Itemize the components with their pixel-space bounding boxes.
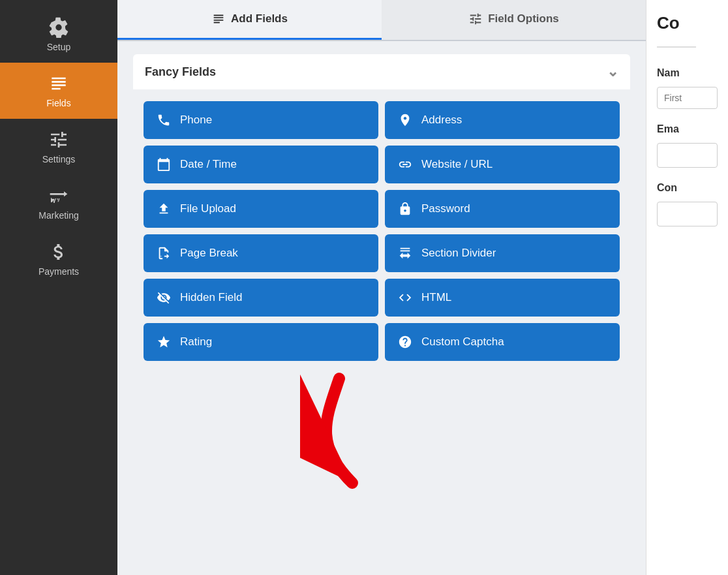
- field-file-upload-label: File Upload: [180, 202, 236, 215]
- field-options-tab-icon: [468, 12, 483, 26]
- field-btn-date-time[interactable]: Date / Time: [144, 146, 378, 183]
- form-title: Co: [657, 13, 718, 33]
- tab-field-options-label: Field Options: [488, 12, 559, 25]
- email-label: Ema: [657, 123, 718, 135]
- sidebar-item-marketing[interactable]: Marketing: [0, 175, 117, 231]
- upload-icon: [157, 202, 171, 216]
- field-btn-phone[interactable]: Phone: [144, 101, 378, 139]
- sidebar-item-setup-label: Setup: [47, 42, 71, 52]
- field-website-url-label: Website / URL: [421, 158, 493, 171]
- tab-field-options[interactable]: Field Options: [382, 0, 646, 40]
- field-btn-hidden-field[interactable]: Hidden Field: [144, 279, 378, 317]
- add-fields-tab-icon: [211, 12, 226, 26]
- address-icon: [398, 113, 412, 127]
- field-btn-custom-captcha[interactable]: Custom Captcha: [385, 323, 620, 361]
- fancy-fields-title: Fancy Fields: [145, 65, 216, 79]
- first-name-input[interactable]: [657, 87, 718, 109]
- tab-add-fields-label: Add Fields: [231, 12, 288, 25]
- sidebar-item-fields-label: Fields: [46, 98, 70, 108]
- marketing-icon: [48, 185, 69, 206]
- field-btn-password[interactable]: Password: [385, 190, 620, 228]
- field-btn-page-break[interactable]: Page Break: [144, 234, 378, 272]
- field-html-label: HTML: [421, 291, 451, 304]
- tabs-bar: Add Fields Field Options: [117, 0, 646, 41]
- phone-icon: [157, 113, 171, 127]
- comment-input-placeholder[interactable]: [657, 202, 718, 226]
- field-phone-label: Phone: [180, 114, 212, 127]
- fancy-fields-chevron[interactable]: ⌄: [607, 63, 618, 80]
- sidebar-item-payments[interactable]: Payments: [0, 231, 117, 287]
- settings-icon: [48, 129, 69, 150]
- pagebreak-icon: [157, 246, 171, 260]
- field-address-label: Address: [421, 114, 462, 127]
- captcha-icon: [398, 335, 412, 349]
- field-btn-html[interactable]: HTML: [385, 279, 620, 317]
- fancy-fields-header: Fancy Fields ⌄: [133, 54, 630, 89]
- name-label: Nam: [657, 67, 718, 79]
- main-panel: Add Fields Field Options Fancy Fields ⌄: [117, 0, 646, 575]
- field-hidden-field-label: Hidden Field: [180, 291, 242, 304]
- field-section-divider-label: Section Divider: [421, 247, 496, 260]
- sidebar-item-setup[interactable]: Setup: [0, 7, 117, 63]
- sidebar: Setup Fields Settings Marketing Payments: [0, 0, 117, 575]
- comment-label: Con: [657, 182, 718, 194]
- tab-add-fields[interactable]: Add Fields: [117, 0, 382, 40]
- field-date-time-label: Date / Time: [180, 158, 237, 171]
- field-btn-address[interactable]: Address: [385, 101, 620, 139]
- field-btn-website-url[interactable]: Website / URL: [385, 146, 620, 183]
- panel-wrapper: Add Fields Field Options Fancy Fields ⌄: [117, 0, 728, 575]
- field-password-label: Password: [421, 202, 470, 215]
- field-btn-section-divider[interactable]: Section Divider: [385, 234, 620, 272]
- fields-icon: [48, 73, 69, 94]
- payments-icon: [48, 241, 69, 262]
- lock-icon: [398, 202, 412, 216]
- divider-icon: [398, 246, 412, 260]
- star-icon: [157, 335, 171, 349]
- field-btn-rating[interactable]: Rating: [144, 323, 378, 361]
- sidebar-item-settings[interactable]: Settings: [0, 119, 117, 175]
- right-panel: Co Nam Ema Con: [646, 0, 728, 575]
- hidden-icon: [157, 290, 171, 305]
- sidebar-item-settings-label: Settings: [42, 154, 76, 164]
- sidebar-item-payments-label: Payments: [38, 266, 79, 277]
- link-icon: [398, 157, 412, 172]
- gear-icon: [48, 17, 69, 38]
- field-custom-captcha-label: Custom Captcha: [421, 335, 504, 349]
- sidebar-item-marketing-label: Marketing: [38, 210, 78, 221]
- calendar-icon: [157, 157, 171, 172]
- content-area: Fancy Fields ⌄ Phone Address: [117, 41, 646, 575]
- html-icon: [398, 290, 412, 305]
- field-btn-file-upload[interactable]: File Upload: [144, 190, 378, 228]
- field-rating-label: Rating: [180, 335, 212, 349]
- email-input-placeholder[interactable]: [657, 143, 718, 168]
- fancy-fields-grid: Phone Address Date / Time: [133, 91, 630, 371]
- title-divider: [657, 46, 696, 48]
- sidebar-item-fields[interactable]: Fields: [0, 63, 117, 119]
- field-page-break-label: Page Break: [180, 247, 238, 260]
